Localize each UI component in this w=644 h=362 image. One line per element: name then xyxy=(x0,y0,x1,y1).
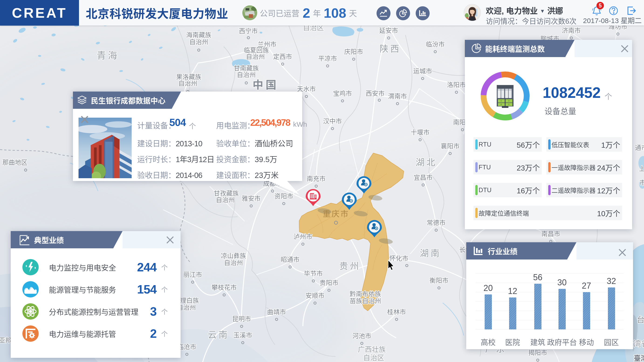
svg-text:运城市: 运城市 xyxy=(413,68,432,75)
svg-text:云南: 云南 xyxy=(208,330,229,340)
svg-text:广西壮族: 广西壮族 xyxy=(358,346,386,353)
svg-text:衡阳市: 衡阳市 xyxy=(430,277,448,284)
svg-text:青海: 青海 xyxy=(97,50,119,60)
svg-text:安顺市: 安顺市 xyxy=(306,292,324,299)
svg-text:上: 上 xyxy=(639,166,644,172)
svg-text:丽江市: 丽江市 xyxy=(183,272,202,278)
svg-text:定西市: 定西市 xyxy=(273,53,292,60)
svg-text:自治区: 自治区 xyxy=(363,354,384,362)
svg-text:桂林市: 桂林市 xyxy=(387,309,406,316)
svg-text:市: 市 xyxy=(640,179,644,186)
svg-text:陕西: 陕西 xyxy=(380,44,401,54)
svg-text:湾省: 湾省 xyxy=(633,340,644,348)
svg-text:贵阳市: 贵阳市 xyxy=(320,280,338,286)
svg-text:臺灣: 臺灣 xyxy=(634,354,644,362)
svg-text:通市: 通市 xyxy=(635,144,644,152)
svg-text:甘南藏族: 甘南藏族 xyxy=(234,65,259,72)
svg-text:昭通市: 昭通市 xyxy=(281,256,300,263)
svg-text:毕节市: 毕节市 xyxy=(304,270,323,277)
svg-text:贵州: 贵州 xyxy=(339,261,361,271)
svg-text:湖南: 湖南 xyxy=(420,248,441,258)
svg-text:常德市: 常德市 xyxy=(427,220,446,226)
svg-text:苗族自治州: 苗族自治州 xyxy=(350,298,381,305)
svg-text:济南市: 济南市 xyxy=(562,27,581,34)
svg-text:曲靖市: 曲靖市 xyxy=(267,309,286,316)
svg-text:怀化市: 怀化市 xyxy=(390,255,408,262)
svg-text:西宁市: 西宁市 xyxy=(239,28,258,35)
svg-text:平凉市: 平凉市 xyxy=(318,55,337,62)
svg-text:庆阳市: 庆阳市 xyxy=(344,48,363,56)
svg-text:西安市: 西安市 xyxy=(366,90,385,97)
svg-text:昆明市: 昆明市 xyxy=(232,316,251,323)
svg-text:中国: 中国 xyxy=(252,79,279,91)
svg-text:襄阳市: 襄阳市 xyxy=(441,143,460,150)
svg-text:自治州: 自治州 xyxy=(216,196,235,204)
svg-text:亚邦: 亚邦 xyxy=(0,337,11,344)
svg-text:揭阳市: 揭阳市 xyxy=(528,350,547,356)
svg-text:自治州: 自治州 xyxy=(178,80,197,87)
svg-text:临夏回族: 临夏回族 xyxy=(244,47,269,54)
svg-text:黔南布依族: 黔南布依族 xyxy=(350,291,381,298)
svg-text:自治州: 自治州 xyxy=(246,53,265,60)
svg-text:海南藏族: 海南藏族 xyxy=(186,32,211,39)
svg-text:自治州: 自治州 xyxy=(224,260,243,266)
svg-text:湖北: 湖北 xyxy=(416,158,437,167)
svg-text:那曲地区: 那曲地区 xyxy=(2,159,28,166)
svg-text:汉中市: 汉中市 xyxy=(323,118,342,125)
svg-text:重庆市: 重庆市 xyxy=(323,210,349,218)
svg-text:宜昌市: 宜昌市 xyxy=(414,174,433,181)
svg-text:凉山彝族: 凉山彝族 xyxy=(221,252,246,260)
svg-text:玉溪市: 玉溪市 xyxy=(234,332,252,339)
svg-text:洛阳市: 洛阳市 xyxy=(447,82,466,88)
svg-text:延安市: 延安市 xyxy=(379,27,398,34)
svg-text:临汾市: 临汾市 xyxy=(426,41,445,48)
svg-text:宝鸡市: 宝鸡市 xyxy=(333,90,352,97)
svg-text:十堰市: 十堰市 xyxy=(411,129,430,136)
svg-text:南昌市: 南昌市 xyxy=(542,230,560,238)
svg-text:甘孜藏族: 甘孜藏族 xyxy=(214,190,239,197)
svg-text:南充市: 南充市 xyxy=(307,176,326,182)
svg-text:攀枝花市: 攀枝花市 xyxy=(212,284,237,291)
svg-text:自治州: 自治州 xyxy=(190,39,208,46)
svg-text:雅安市: 雅安市 xyxy=(242,195,261,202)
svg-text:渭南市: 渭南市 xyxy=(388,93,407,100)
svg-text:自治州: 自治州 xyxy=(237,72,256,78)
svg-text:河池市: 河池市 xyxy=(352,333,372,340)
svg-text:泸州市: 泸州市 xyxy=(294,234,312,240)
svg-text:果洛藏族: 果洛藏族 xyxy=(176,74,201,80)
svg-text:台: 台 xyxy=(637,315,644,324)
